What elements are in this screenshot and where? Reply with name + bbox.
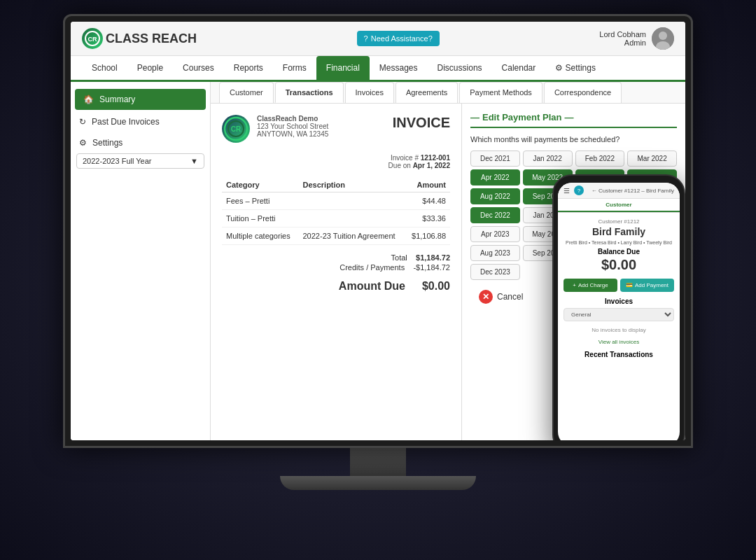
phone-back-arrow[interactable]: ← Customer #1212 – Bird Family: [592, 188, 674, 194]
app-logo: CR CLASS REACH: [82, 28, 197, 49]
total-row: Total $1,184.72: [222, 253, 450, 262]
nav-people[interactable]: People: [127, 56, 173, 82]
total-label: Total: [391, 253, 407, 262]
sidebar-gear-icon: ⚙: [79, 138, 87, 148]
amount-due-value: $0.00: [422, 280, 450, 293]
month-button[interactable]: Dec 2022: [470, 207, 520, 223]
help-button[interactable]: ? Need Assistance?: [357, 31, 440, 46]
user-avatar: [652, 27, 674, 50]
tab-invoices[interactable]: Invoices: [345, 82, 394, 103]
tab-transactions[interactable]: Transactions: [275, 82, 344, 103]
sidebar-summary-label: Summary: [99, 94, 135, 104]
month-button[interactable]: Mar 2022: [627, 150, 677, 167]
phone-customer-name: Bird Family: [564, 226, 674, 237]
credits-row: Credits / Payments -$1,184.72: [222, 263, 450, 272]
phone-invoices-filter[interactable]: General: [564, 308, 674, 321]
nav-courses[interactable]: Courses: [173, 56, 224, 82]
invoice-totals: Total $1,184.72 Credits / Payments -$1,1…: [222, 253, 450, 272]
month-button[interactable]: Dec 2023: [470, 264, 520, 280]
settings-gear-icon: ⚙: [555, 63, 565, 73]
nav-reports[interactable]: Reports: [224, 56, 273, 82]
phone-invoices-title: Invoices: [564, 298, 674, 305]
month-button[interactable]: Aug 2022: [470, 188, 520, 204]
monitor-screen: CR CLASS REACH ? Need Assistance? Lord C…: [63, 14, 693, 448]
amount-due-row: Amount Due $0.00: [222, 280, 450, 293]
edit-plan-dashes-left: —: [470, 112, 479, 122]
tab-payment-methods[interactable]: Payment Methods: [459, 82, 542, 103]
year-selector-label: 2022-2023 Full Year: [83, 157, 151, 165]
nav-school[interactable]: School: [82, 56, 127, 82]
company-name: ClassReach Demo: [257, 115, 328, 122]
company-city: ANYTOWN, WA 12345: [257, 130, 328, 138]
invoice-due-date: Apr 1, 2022: [413, 162, 450, 169]
logo-icon: CR: [82, 28, 103, 49]
month-button[interactable]: Apr 2022: [470, 169, 520, 186]
company-logo: CR: [222, 115, 250, 143]
invoice-number-row: Invoice # 1212-001: [222, 154, 450, 162]
nav-calendar[interactable]: Calendar: [492, 56, 546, 82]
cancel-button[interactable]: ✕ Cancel: [470, 286, 531, 308]
phone-device: ☰ ? ← Customer #1212 – Bird Family Custo…: [552, 174, 685, 440]
edit-plan-subtitle: Which months will payments be scheduled?: [470, 135, 677, 144]
row-category: Fees – Pretti: [222, 192, 299, 210]
phone-header: ☰ ? ← Customer #1212 – Bird Family: [558, 183, 680, 199]
month-button[interactable]: Dec 2021: [470, 150, 520, 167]
monitor-stand-neck: [350, 448, 406, 476]
nav-forms[interactable]: Forms: [273, 56, 316, 82]
phone-help-icon: ?: [574, 186, 584, 195]
payment-icon: 💳: [626, 282, 633, 288]
row-category: Tuition – Pretti: [222, 210, 299, 227]
month-button[interactable]: Feb 2022: [575, 150, 625, 167]
col-description: Description: [299, 178, 405, 192]
sidebar-item-settings[interactable]: ⚙ Settings: [71, 132, 210, 153]
sidebar: 🏠 Summary ↻ Past Due Invoices ⚙ Settings: [71, 82, 211, 440]
phone-balance-label: Balance Due: [564, 248, 674, 255]
phone-action-buttons: + Add Charge 💳 Add Payment: [564, 279, 674, 292]
sidebar-settings-label: Settings: [92, 138, 122, 148]
phone-add-payment-button[interactable]: 💳 Add Payment: [620, 279, 674, 292]
month-button[interactable]: Aug 2023: [470, 245, 520, 261]
nav-financial[interactable]: Financial: [316, 56, 370, 82]
edit-plan-title: — Edit Payment Plan —: [470, 112, 677, 128]
row-amount: $1,106.88: [405, 227, 450, 245]
edit-plan-dashes-right: —: [564, 112, 573, 122]
tab-customer[interactable]: Customer: [219, 82, 274, 103]
company-address: 123 Your School Street: [257, 122, 328, 130]
col-category: Category: [222, 178, 299, 192]
nav-settings[interactable]: ⚙ Settings: [545, 56, 606, 82]
invoice-title: INVOICE: [393, 115, 450, 131]
sidebar-past-due-label: Past Due Invoices: [92, 117, 160, 127]
chevron-down-icon: ▼: [190, 157, 198, 165]
cancel-label: Cancel: [497, 292, 523, 302]
phone-view-all-invoices[interactable]: View all invoices: [564, 339, 674, 345]
nav-discussions[interactable]: Discussions: [428, 56, 492, 82]
svg-text:CR: CR: [88, 36, 97, 43]
phone-members: Pretti Bird • Teresa Bird • Larry Bird •…: [564, 240, 674, 245]
sidebar-item-summary[interactable]: 🏠 Summary: [75, 89, 206, 110]
row-category: Multiple categories: [222, 227, 299, 245]
main-nav: School People Courses Reports Forms Fina…: [71, 56, 685, 82]
year-selector[interactable]: 2022-2023 Full Year ▼: [76, 153, 204, 169]
svg-point-3: [659, 31, 667, 40]
invoice-panel: CR ClassReach Demo 123 Your School Stree…: [211, 104, 461, 440]
nav-messages[interactable]: Messages: [370, 56, 428, 82]
total-value: $1,184.72: [416, 253, 450, 262]
help-label: Need Assistance?: [371, 34, 433, 43]
phone-tab-customer[interactable]: Customer: [558, 199, 680, 212]
invoice-number-value: 1212-001: [421, 154, 450, 162]
user-name: Lord Cobham: [599, 30, 646, 38]
phone-add-charge-button[interactable]: + Add Charge: [564, 279, 617, 292]
plus-icon: +: [573, 282, 576, 288]
refresh-icon: ↻: [79, 117, 86, 127]
edit-plan-title-text: Edit Payment Plan: [482, 112, 561, 122]
tab-agreements[interactable]: Agreements: [396, 82, 458, 103]
phone-no-invoices: No invoices to display: [564, 321, 674, 339]
month-button[interactable]: Jan 2022: [523, 150, 573, 167]
month-button[interactable]: Apr 2023: [470, 226, 520, 242]
user-info: Lord Cobham Admin: [599, 27, 674, 50]
table-row: Tuition – Pretti $33.36: [222, 210, 450, 227]
sidebar-item-past-due[interactable]: ↻ Past Due Invoices: [71, 111, 210, 132]
tab-correspondence[interactable]: Correspondence: [544, 82, 622, 103]
row-description: 2022-23 Tuition Agreement: [299, 227, 405, 245]
phone-customer-id: Customer #1212: [564, 218, 674, 225]
